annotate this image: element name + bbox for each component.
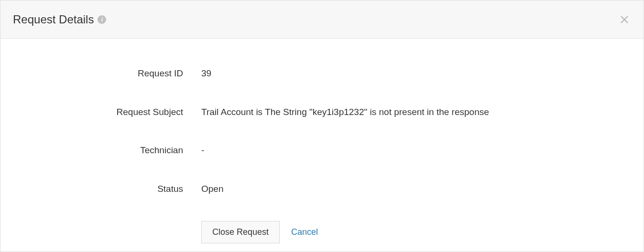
field-label-technician: Technician	[29, 144, 201, 157]
dialog-title: Request Details	[13, 13, 94, 26]
field-value-technician: -	[201, 144, 615, 157]
field-value-status: Open	[201, 183, 615, 196]
field-row-request-id: Request ID 39	[29, 67, 615, 80]
dialog-content: Request ID 39 Request Subject Trail Acco…	[0, 39, 644, 252]
field-row-technician: Technician -	[29, 144, 615, 157]
dialog-header: Request Details i	[0, 0, 644, 39]
close-request-button[interactable]: Close Request	[201, 221, 280, 243]
cancel-link[interactable]: Cancel	[291, 227, 318, 237]
field-value-request-subject: Trail Account is The String "key1i3p1232…	[201, 106, 615, 119]
actions-cell: Close Request Cancel	[201, 221, 615, 243]
info-icon[interactable]: i	[98, 15, 106, 24]
actions-row: Close Request Cancel	[29, 221, 615, 243]
field-label-status: Status	[29, 183, 201, 196]
dialog-title-wrap: Request Details i	[13, 13, 106, 26]
field-label-request-id: Request ID	[29, 67, 201, 80]
field-row-status: Status Open	[29, 183, 615, 196]
field-label-request-subject: Request Subject	[29, 106, 201, 119]
field-value-request-id: 39	[201, 67, 615, 80]
close-icon[interactable]	[618, 13, 631, 26]
field-row-request-subject: Request Subject Trail Account is The Str…	[29, 106, 615, 119]
